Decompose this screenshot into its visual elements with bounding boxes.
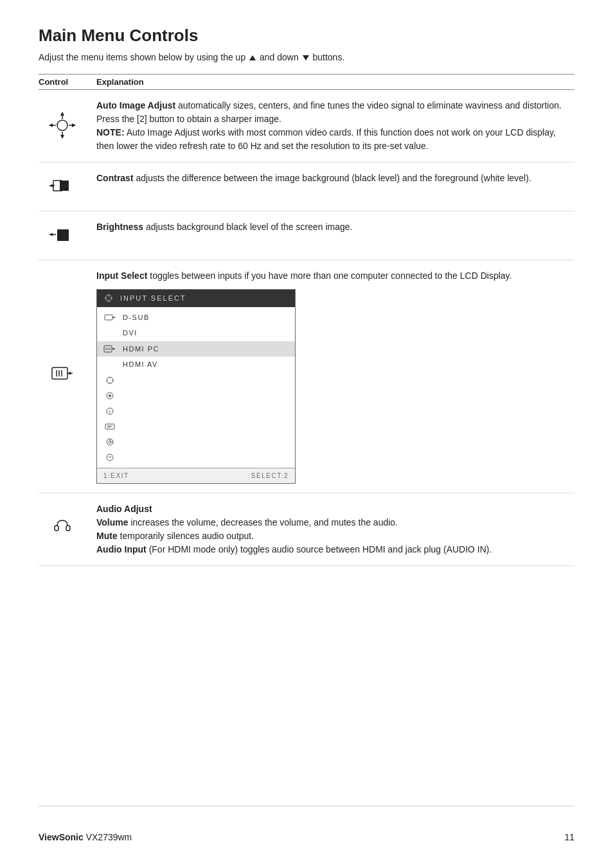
svg-rect-16 — [52, 368, 67, 379]
input-select-osd-item-dsub: D-SUB — [97, 310, 295, 326]
input-select-osd-item-hdmi-pc: HDMI PC — [97, 341, 295, 357]
audio-adjust-explanation: Audio Adjust Volume increases the volume… — [96, 493, 574, 565]
svg-point-42 — [109, 394, 111, 397]
hdmi-av-label: HDMI AV — [123, 359, 158, 370]
svg-rect-9 — [60, 181, 69, 191]
svg-rect-53 — [55, 526, 58, 531]
input-select-osd-footer: 1:EXIT SELECT:2 — [97, 468, 295, 483]
input-select-osd-item-hdmi-av: HDMI AV — [97, 357, 295, 373]
svg-marker-2 — [60, 112, 64, 116]
brightness-icon-cell — [39, 211, 96, 260]
dsub-label: D-SUB — [123, 312, 150, 323]
hdmi-pc-icon — [103, 344, 116, 354]
osd-item8-icon — [103, 421, 116, 432]
auto-image-adjust-icon-cell — [39, 90, 96, 163]
dsub-icon — [103, 312, 116, 323]
svg-marker-15 — [49, 233, 53, 236]
input-select-osd-item-7: i — [97, 403, 295, 419]
svg-rect-13 — [57, 229, 69, 241]
footer-brand: ViewSonic — [39, 832, 84, 842]
footer-brand-model: ViewSonic VX2739wm — [39, 832, 132, 842]
audio-adjust-icon — [48, 514, 76, 542]
hdmi-pc-label: HDMI PC — [123, 344, 159, 355]
svg-marker-35 — [112, 348, 114, 350]
input-select-osd-box: INPUT SELECT D-SUB — [96, 289, 296, 484]
footer-page-number: 11 — [564, 832, 574, 842]
auto-image-adjust-icon — [48, 111, 76, 139]
input-select-icon — [48, 361, 76, 389]
contrast-icon — [48, 172, 76, 200]
dvi-label: DVI — [123, 328, 138, 339]
input-select-osd-title: INPUT SELECT — [120, 293, 186, 304]
table-row: Brightness adjusts background black leve… — [39, 211, 574, 260]
input-select-explanation: Input Select toggles between inputs if y… — [96, 260, 574, 493]
input-select-osd-items: D-SUB DVI — [97, 307, 295, 468]
auto-image-adjust-explanation: Auto Image Adjust automatically sizes, c… — [96, 90, 574, 163]
osd-item5-icon — [103, 375, 116, 385]
col-header-explanation: Explanation — [96, 75, 574, 90]
brightness-explanation: Brightness adjusts background black leve… — [96, 211, 574, 260]
svg-rect-54 — [66, 526, 70, 531]
osd-item10-icon — [103, 452, 116, 463]
page-footer: ViewSonic VX2739wm 11 — [39, 806, 574, 842]
arrow-down-icon — [303, 55, 309, 60]
svg-marker-12 — [49, 184, 53, 188]
page-title: Main Menu Controls — [39, 26, 574, 46]
brightness-icon — [48, 220, 76, 249]
input-select-osd-item-5 — [97, 373, 295, 388]
audio-adjust-icon-cell — [39, 493, 96, 565]
contrast-explanation: Contrast adjusts the difference between … — [96, 163, 574, 211]
table-row: Contrast adjusts the difference between … — [39, 163, 574, 211]
subtitle: Adjust the menu items shown below by usi… — [39, 52, 574, 62]
input-select-osd-header: INPUT SELECT — [97, 290, 295, 307]
footer-exit-label: 1:EXIT — [103, 471, 129, 481]
svg-point-49 — [109, 441, 111, 443]
svg-marker-8 — [72, 123, 76, 127]
input-select-osd-item-6 — [97, 388, 295, 403]
input-select-icon-cell — [39, 260, 96, 493]
svg-marker-4 — [60, 135, 64, 139]
svg-rect-27 — [105, 315, 112, 320]
svg-marker-6 — [49, 123, 53, 127]
input-select-osd-item-8 — [97, 419, 295, 434]
table-row: Audio Adjust Volume increases the volume… — [39, 493, 574, 565]
footer-select-label: SELECT:2 — [251, 471, 289, 481]
table-row: Auto Image Adjust automatically sizes, c… — [39, 90, 574, 163]
svg-text:i: i — [109, 409, 111, 414]
input-select-osd-item-dvi: DVI — [97, 325, 295, 341]
svg-rect-45 — [105, 424, 114, 429]
osd-item6-icon — [103, 391, 116, 401]
hdmi-av-icon — [103, 359, 116, 369]
osd-item7-icon: i — [103, 406, 116, 416]
col-header-control: Control — [39, 75, 96, 90]
arrow-up-icon — [249, 55, 256, 60]
svg-point-0 — [57, 120, 67, 130]
input-select-osd-item-9 — [97, 434, 295, 450]
osd-item9-icon — [103, 437, 116, 447]
main-table: Control Explanation — [39, 74, 574, 566]
table-row: Input Select toggles between inputs if y… — [39, 260, 574, 493]
contrast-icon-cell — [39, 163, 96, 211]
input-select-osd-item-10 — [97, 450, 295, 465]
footer-model: VX2739wm — [86, 832, 132, 842]
dvi-icon — [103, 328, 116, 338]
